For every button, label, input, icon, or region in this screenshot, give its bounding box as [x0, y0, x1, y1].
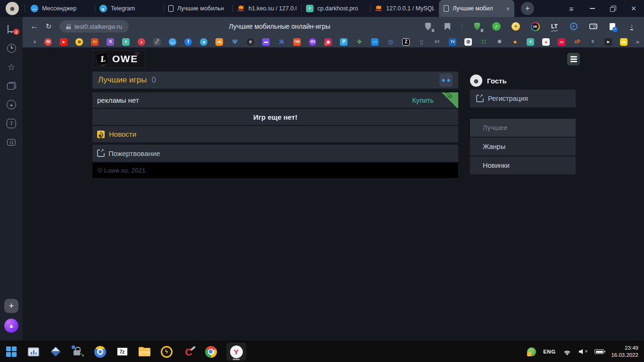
taskbar-chromium-icon[interactable]	[93, 343, 107, 360]
news-link[interactable]: Новости	[109, 130, 136, 138]
bookmark-telegram-icon[interactable]: ▶	[200, 38, 207, 46]
tab-6[interactable]: PMA127.0.0.1 / MySQL	[370, 0, 439, 17]
bookmark-flag-icon[interactable]	[443, 22, 452, 31]
bookmark-darkhost-icon[interactable]: //	[122, 38, 130, 46]
bookmark-laugh-emoji-icon[interactable]: ☻	[75, 38, 83, 46]
docs-check-extension-icon[interactable]: ✓	[608, 22, 617, 31]
taskbar-virtualbox-icon[interactable]	[49, 343, 62, 360]
bookmark-yellow-card-icon[interactable]: ▬	[620, 38, 627, 46]
tray-antivirus-icon[interactable]: +	[527, 347, 536, 356]
address-bar[interactable]: test0.stalkerqw.ru	[59, 20, 129, 33]
taskbar-yandex-browser-icon[interactable]: Y	[226, 343, 246, 361]
news-link-row[interactable]: Новости	[92, 126, 458, 142]
vk-extension-icon[interactable]: VK	[530, 22, 540, 31]
bookmark-yoomoney-icon[interactable]: Ю	[309, 38, 316, 46]
taskbar-ccleaner-icon[interactable]: C	[182, 343, 195, 360]
wifi-icon[interactable]	[563, 348, 572, 355]
tab-5[interactable]: //cp.darkhost.pro	[301, 0, 370, 17]
bookmark-facebook-icon[interactable]: f	[184, 38, 192, 46]
alice-icon[interactable]: ▲	[4, 319, 18, 333]
new-tab-button[interactable]: +	[521, 2, 534, 15]
bookmark-orange-blob-icon[interactable]: ●	[511, 38, 519, 46]
taskbar-system-monitor-icon[interactable]	[27, 343, 40, 360]
downloads-icon[interactable]: ↓	[627, 22, 636, 31]
bookmark-dt-icon[interactable]: DT	[433, 38, 441, 46]
battery-icon[interactable]	[594, 349, 604, 354]
bookmark-z-black-icon[interactable]: Z	[402, 38, 410, 46]
chevron-down-icon[interactable]: ∨	[33, 39, 36, 44]
site-logo[interactable]: L OWE	[93, 50, 145, 67]
bookmarks-overflow-icon[interactable]: »	[636, 38, 639, 45]
bookmark-p-blue-icon[interactable]: P	[340, 38, 347, 46]
bookmark-cpanel-icon[interactable]: cP	[573, 38, 581, 46]
taskbar-7zip-icon[interactable]: 7z	[116, 343, 129, 360]
bookmark-darkhost-2-icon[interactable]: //	[527, 38, 534, 46]
site-menu-button[interactable]	[567, 53, 580, 66]
taskbar-file-explorer-icon[interactable]	[138, 343, 151, 360]
taskbar-chrome-icon[interactable]	[204, 343, 217, 360]
tab-1[interactable]: …Мессенджер	[26, 0, 95, 17]
bookmark-green-clover-icon[interactable]: ∷	[480, 38, 487, 46]
like-extension-icon[interactable]: ✓	[492, 22, 501, 31]
coin-extension-icon[interactable]: +	[511, 22, 520, 31]
bookmark-no-entry-icon[interactable]: ⊘	[464, 38, 472, 46]
taskbar-daemon-tools-icon[interactable]: ϟ	[160, 343, 173, 360]
taskbar-start-icon[interactable]	[5, 343, 18, 360]
tab-4[interactable]: PMAh1.keo.su / 127.0.0	[232, 0, 301, 17]
bookmark-s-purple-icon[interactable]: S	[107, 38, 114, 46]
bookmark-ivi-icon[interactable]: ivi	[558, 38, 565, 46]
bookmark-tv-blue-icon[interactable]: TV	[449, 38, 456, 46]
bookmark-edge-dark-icon[interactable]: e	[247, 38, 254, 46]
rail-seven-widget-icon[interactable]: 7	[0, 114, 23, 133]
tab-7[interactable]: Лучшие мобил×	[439, 0, 514, 17]
refresh-button[interactable]: ↻	[41, 19, 56, 33]
bookmark-chat-bubble-icon[interactable]: …	[169, 38, 176, 46]
restore-button[interactable]	[603, 0, 623, 17]
rail-video-icon[interactable]: ▸	[0, 95, 23, 114]
taskbar-veracrypt-icon[interactable]: ↘	[71, 343, 84, 360]
bookmark-monitor-blue-icon[interactable]: ▭	[371, 38, 379, 46]
bookmark-pixel-monster-icon[interactable]: Ж	[278, 38, 285, 46]
register-link[interactable]: Регистрация	[488, 95, 528, 102]
bookmark-pf-orange-icon[interactable]: ПФ	[293, 38, 301, 46]
bookmark-dark-photo-icon[interactable]: ▞	[153, 38, 161, 46]
language-indicator[interactable]: ENG	[543, 349, 555, 354]
buy-link[interactable]: Купить	[412, 92, 434, 108]
bookmark-radio-waves-icon[interactable]: ◎	[387, 38, 394, 46]
browser-menu-button[interactable]: ≡	[561, 0, 582, 17]
clock[interactable]: 23:49 16.03.2022	[611, 345, 638, 359]
menu-item-new[interactable]: Новинки	[470, 156, 576, 174]
rail-notifications-icon[interactable]: 2	[0, 20, 23, 39]
rail-history-icon[interactable]	[0, 39, 23, 58]
minimize-button[interactable]	[582, 0, 603, 17]
rail-add-button[interactable]: +	[4, 299, 18, 313]
tab-2[interactable]: ▶Telegram	[95, 0, 164, 17]
bookmark-flame-icon[interactable]: ▲	[542, 38, 550, 46]
rail-collections-icon[interactable]	[0, 76, 23, 95]
bookmark-ms-squares-icon[interactable]: ❖	[355, 38, 363, 46]
close-button[interactable]: ×	[623, 0, 644, 17]
bookmark-comet-icon[interactable]: ✱	[495, 38, 503, 46]
bookmark-gray-page-icon[interactable]: ▯	[418, 38, 425, 46]
register-link-row[interactable]: ↗ Регистрация	[470, 90, 576, 107]
rail-screenshot-icon[interactable]	[0, 133, 23, 152]
bookmark-rocket-icon[interactable]: ▲	[138, 38, 145, 46]
bookmark-play-dark-icon[interactable]: ▶	[604, 38, 612, 46]
protection-shield-icon[interactable]: 1	[423, 22, 433, 31]
donation-link-row[interactable]: ↗ Пожертвование	[92, 145, 458, 162]
tab-3[interactable]: Лучшие мобильн	[164, 0, 232, 17]
tag-extension-icon[interactable]	[588, 22, 598, 31]
rail-favorites-icon[interactable]: ☆	[0, 58, 23, 76]
donation-link[interactable]: Пожертвование	[108, 149, 160, 157]
bookmark-antenna-icon[interactable]: Ψ	[231, 38, 239, 46]
back-button[interactable]: ←	[27, 19, 41, 33]
profile-avatar[interactable]: ☻	[6, 2, 19, 15]
languagetool-extension-icon[interactable]: LT	[550, 22, 559, 31]
adguard-shield-icon[interactable]: 2	[472, 22, 482, 31]
volume-muted-icon[interactable]: ×	[579, 349, 588, 354]
tab-close-icon[interactable]: ×	[506, 5, 510, 12]
bookmark-odnoklassniki-icon[interactable]: ok	[215, 38, 223, 46]
menu-item-best[interactable]: Лучшее	[470, 119, 576, 137]
bookmark-m-red-icon[interactable]: M	[44, 38, 52, 46]
bookmark-youtube-icon[interactable]: ▶	[60, 38, 67, 46]
